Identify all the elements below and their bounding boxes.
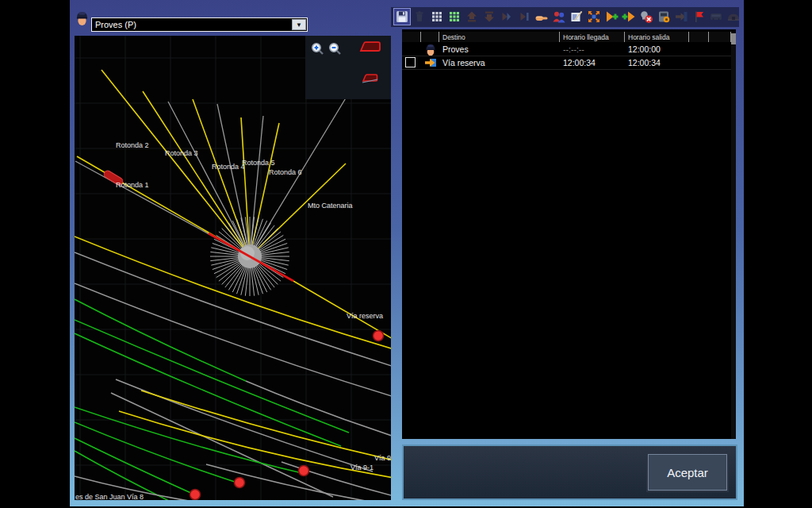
move-down-icon[interactable] xyxy=(481,9,497,25)
turntable-spoke-yellow xyxy=(143,91,250,256)
turntable-ray xyxy=(241,267,247,295)
track-yellow xyxy=(75,237,391,349)
turntable-ray xyxy=(261,258,289,261)
track-yellow xyxy=(141,391,391,460)
edit-route-icon[interactable] xyxy=(569,9,584,25)
train-selector[interactable]: Proves (P) ▼ xyxy=(91,17,308,32)
track-green xyxy=(75,333,341,446)
table-header: DestinoHorario llegadaHorario salida xyxy=(402,32,731,42)
insert-after-icon[interactable] xyxy=(621,9,637,25)
map-label: Rotonda 1 xyxy=(116,181,149,189)
locomotive-icon[interactable] xyxy=(359,40,381,54)
conductor-icon xyxy=(424,43,437,56)
cell-horario-llegada: --:--:-- xyxy=(560,44,625,54)
column-header[interactable] xyxy=(402,32,421,42)
conductor-icon xyxy=(75,9,90,29)
scrollbar-thumb[interactable] xyxy=(731,33,736,44)
map-label: Rotonda 3 xyxy=(165,149,198,157)
split-route-icon[interactable] xyxy=(586,9,602,25)
turntable-ray xyxy=(252,267,259,295)
track-gray xyxy=(111,393,333,497)
train-view-icon[interactable] xyxy=(708,9,724,25)
column-header[interactable] xyxy=(709,32,731,42)
stop-marker xyxy=(299,466,309,476)
accept-button[interactable]: Aceptar xyxy=(648,454,727,491)
turntable-ray xyxy=(261,252,289,255)
track-green xyxy=(75,407,305,474)
map-label: Vía reserva xyxy=(347,312,383,320)
zoom-out-icon[interactable] xyxy=(327,41,342,56)
row-checkbox[interactable] xyxy=(405,57,416,67)
cell-horario-salida: 12:00:34 xyxy=(625,58,689,67)
turntable-ray xyxy=(261,248,289,254)
stop-marker xyxy=(373,331,384,341)
insert-before-icon[interactable] xyxy=(603,9,619,25)
cell-horario-llegada: 12:00:34 xyxy=(560,58,625,67)
map-label: es de San Juan Vía 8 xyxy=(75,493,144,500)
hand-pointer-icon[interactable] xyxy=(534,9,550,25)
stop-marker xyxy=(235,478,245,488)
app-window: Proves (P) ▼ Rotonda 2Rotonda 3Rotonda 4… xyxy=(70,0,744,506)
map-label: Mto Catenaria xyxy=(308,202,353,210)
column-header[interactable] xyxy=(689,32,709,42)
map-label: Rotonda 5 xyxy=(242,159,275,167)
cell-destino: Proves xyxy=(439,44,560,54)
stop-marker xyxy=(190,490,201,500)
track-map[interactable]: Rotonda 2Rotonda 3Rotonda 4Rotonda 5Roto… xyxy=(75,36,391,500)
turntable-ray xyxy=(210,252,239,255)
toolbar xyxy=(391,7,739,27)
track-gray xyxy=(116,379,373,471)
delete-icon[interactable] xyxy=(412,9,427,25)
turntable-ray xyxy=(210,258,239,261)
save-icon[interactable] xyxy=(394,9,410,25)
chevron-down-icon[interactable]: ▼ xyxy=(292,19,306,30)
grid-gray-icon[interactable] xyxy=(429,9,445,25)
column-header-destino[interactable]: Destino xyxy=(439,32,560,42)
zoom-in-icon[interactable] xyxy=(310,41,324,56)
track-arrow-icon xyxy=(424,56,437,69)
track-green xyxy=(75,320,349,433)
table-row[interactable]: Vía reserva12:00:3412:00:34 xyxy=(402,56,731,70)
map-label: Vía 9 xyxy=(374,454,391,462)
flag-icon[interactable] xyxy=(691,9,707,25)
track-green xyxy=(75,299,246,381)
destinations-table: DestinoHorario llegadaHorario salida Pro… xyxy=(402,29,736,439)
footer-panel: Aceptar xyxy=(402,444,737,500)
track-green xyxy=(75,422,242,484)
table-row[interactable]: Proves--:--:--12:00:00 xyxy=(402,42,731,56)
station-view-icon[interactable] xyxy=(726,9,741,25)
locomotive-small-icon[interactable] xyxy=(361,71,380,85)
train-selector-value: Proves (P) xyxy=(92,20,292,29)
grid-green-icon[interactable] xyxy=(446,9,462,25)
cell-horario-salida: 12:00:00 xyxy=(625,44,689,54)
step-to-end-icon[interactable] xyxy=(516,9,532,25)
turntable-ray xyxy=(251,267,255,296)
map-control-panel xyxy=(305,36,391,99)
remove-assignment-icon[interactable] xyxy=(638,9,654,25)
desktop: Proves (P) ▼ Rotonda 2Rotonda 3Rotonda 4… xyxy=(0,0,812,508)
turntable-ray xyxy=(245,267,248,296)
map-label: Vía 9-1 xyxy=(350,464,373,471)
column-header-horario-salida[interactable]: Horario salida xyxy=(625,32,689,42)
step-forward-icon[interactable] xyxy=(499,9,515,25)
cell-destino: Vía reserva xyxy=(439,58,560,67)
scrollbar[interactable] xyxy=(731,32,736,439)
map-label: Rotonda 6 xyxy=(269,168,302,176)
column-header[interactable] xyxy=(421,32,439,42)
machine-config-icon[interactable] xyxy=(656,9,672,25)
move-up-icon[interactable] xyxy=(464,9,480,25)
users-icon[interactable] xyxy=(551,9,567,25)
column-header-horario-llegada[interactable]: Horario llegada xyxy=(560,32,625,42)
import-route-icon[interactable] xyxy=(673,9,689,25)
map-label: Rotonda 4 xyxy=(212,163,245,171)
map-label: Rotonda 2 xyxy=(116,141,149,149)
